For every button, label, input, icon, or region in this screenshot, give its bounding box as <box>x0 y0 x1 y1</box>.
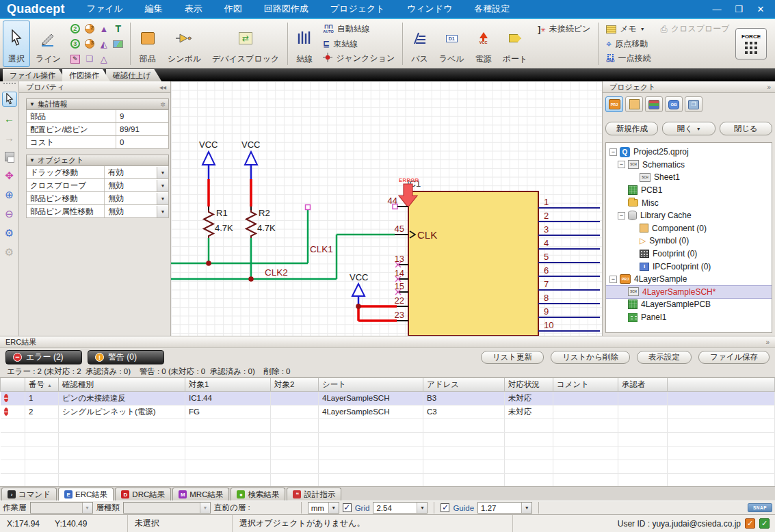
text-tool[interactable]: T <box>111 22 125 36</box>
menu-window[interactable]: ウィンドウ <box>397 0 462 18</box>
tree-item-4layersamplepcb[interactable]: 4LayerSamplePCB <box>606 298 772 311</box>
line-tool-button[interactable]: ライン <box>30 21 66 67</box>
tree-item-component[interactable]: Component (0) <box>606 222 772 235</box>
autowire-item[interactable]: ⊓⊓AUTO 自動結線 <box>319 23 398 36</box>
error-filter-button[interactable]: − エラー (2) <box>5 350 82 364</box>
erc-row-1[interactable]: − 1 ピンの未接続違反 IC1.44 4LayerSampleSCH B3 未… <box>1 391 775 405</box>
tab-verify-finish[interactable]: 確認仕上げ <box>106 69 161 81</box>
polygon-tool[interactable]: ◭ <box>97 37 111 51</box>
select-mode-button[interactable] <box>2 92 17 107</box>
tree-item-pcb1[interactable]: PCB1 <box>606 184 772 197</box>
grid-size-combo[interactable]: 2.54▼ <box>373 502 428 514</box>
parts-button[interactable]: 部品 <box>133 21 162 67</box>
grid-checkbox[interactable]: ✓ <box>343 503 352 512</box>
tree-item-schematics[interactable]: − SCH Schematics <box>606 159 772 172</box>
snap-button[interactable]: SNAP <box>748 503 772 512</box>
fit-view-button[interactable]: ✥ <box>2 168 17 183</box>
expand-chevrons-icon[interactable]: » <box>765 338 770 346</box>
menu-file[interactable]: ファイル <box>77 0 133 18</box>
fill-tool[interactable]: ✎ <box>68 52 82 66</box>
tree-item-4layersample[interactable]: − PRJ 4LayerSample <box>606 273 772 286</box>
undo-button[interactable]: ← <box>2 111 17 126</box>
erc-row-2[interactable]: − 2 シングルピンネット(電源) FG 4LayerSampleSCH C3 … <box>1 405 775 418</box>
minimize-button[interactable]: — <box>708 1 726 16</box>
bundle-wire-item[interactable]: ⊑ 束結線 <box>319 38 398 51</box>
arc-2point-tool[interactable]: 2 <box>83 22 96 36</box>
one-point-connect-item[interactable]: GND 一点接続 <box>603 52 654 65</box>
menu-project[interactable]: プロジェクト <box>321 0 395 18</box>
menu-draw[interactable]: 作図 <box>215 0 252 18</box>
list-update-button[interactable]: リスト更新 <box>481 351 544 364</box>
circle-3point-tool[interactable]: 3 <box>68 37 82 51</box>
tab-drc-results[interactable]: D DRC結果 <box>115 488 171 501</box>
image-tool[interactable] <box>111 37 125 51</box>
layer-type-combo[interactable]: ▼ <box>123 502 211 514</box>
green-check-icon[interactable]: ✓ <box>759 518 770 529</box>
deviceblock-button[interactable]: ⇄ デバイスブロック <box>207 21 285 67</box>
col-sheet[interactable]: シート <box>319 378 423 391</box>
component-tab[interactable] <box>625 96 643 112</box>
select-tool-button[interactable]: 選択 <box>3 21 30 67</box>
display-settings-button[interactable]: 表示設定 <box>637 351 692 364</box>
file-save-button[interactable]: ファイル保存 <box>698 351 770 364</box>
origin-move-item[interactable]: ⌖ 原点移動 <box>603 38 654 51</box>
section-settings-icon[interactable]: ✲ <box>160 101 166 108</box>
toolbar-drag-handle[interactable] <box>3 83 16 86</box>
tab-file-operations[interactable]: ファイル操作 <box>3 69 66 81</box>
maximize-button[interactable]: ❒ <box>730 1 748 16</box>
tree-item-4layersamplesch[interactable]: SCH 4LayerSampleSCH* <box>606 286 772 299</box>
close-button[interactable]: ✕ <box>752 1 770 16</box>
symbol-button[interactable]: シンボル <box>162 21 207 67</box>
orange-check-icon[interactable]: ✓ <box>745 518 755 529</box>
force-button[interactable]: FORCE <box>735 28 767 59</box>
tab-mrc-results[interactable]: M MRC結果 <box>172 488 229 501</box>
tab-design-instructions[interactable]: ❝ 設計指示 <box>287 488 341 501</box>
tree-item-ipcfootprint[interactable]: I IPCFootprint (0) <box>606 260 772 273</box>
unit-combo[interactable]: mm▼ <box>308 502 339 514</box>
close-project-button[interactable]: 閉じる <box>720 122 772 135</box>
memo-item[interactable]: メモ ▼ <box>603 23 654 36</box>
tree-item-misc[interactable]: Misc <box>606 196 772 209</box>
tab-draw-operations[interactable]: 作図操作 <box>62 69 110 81</box>
col-target2[interactable]: 対象2 <box>271 378 319 391</box>
new-project-button[interactable]: 新規作成 <box>605 122 658 135</box>
warning-filter-button[interactable]: ! 警告 (0) <box>88 350 164 364</box>
col-number[interactable]: 番号▲ <box>25 378 59 391</box>
save-button[interactable] <box>2 149 17 164</box>
menu-view[interactable]: 表示 <box>175 0 212 18</box>
col-address[interactable]: アドレス <box>423 378 505 391</box>
tree-item-library-cache[interactable]: − Library Cache <box>606 209 772 222</box>
triangle-tool[interactable]: ▲ <box>97 22 111 36</box>
shape-copy-tool[interactable]: ❏ <box>83 52 96 66</box>
col-check-type[interactable]: 確認種別 <box>59 378 185 391</box>
tree-item-footprint[interactable]: Footprint (0) <box>606 248 772 261</box>
port-button[interactable]: ポート <box>497 21 534 67</box>
guide-checkbox[interactable]: ✓ <box>441 503 449 512</box>
schematic-canvas[interactable]: VCC R1 4.7K VCC R2 4.7K CLK1 CLK <box>171 81 602 336</box>
dropdown-arrow[interactable]: ▼ <box>157 180 168 191</box>
tree-item-symbol[interactable]: ▷ Symbol (0) <box>606 235 772 248</box>
guide-size-combo[interactable]: 1.27▼ <box>477 502 532 514</box>
project-tab[interactable]: PRJ <box>605 96 623 112</box>
object-tab[interactable]: OB <box>665 96 683 112</box>
tree-item-sheet1[interactable]: SCH Sheet1 <box>606 171 772 184</box>
col-status[interactable]: 対応状況 <box>505 378 553 391</box>
collapse-box-icon[interactable]: − <box>618 161 625 168</box>
tab-search-results[interactable]: ● 検索結果 <box>231 488 285 501</box>
label-button[interactable]: D1 ラベル <box>434 21 470 67</box>
memo-dropdown-arrow[interactable]: ▼ <box>640 27 645 31</box>
zoom-out-button[interactable]: ⊖ <box>2 207 17 222</box>
menu-settings[interactable]: 各種設定 <box>464 0 519 18</box>
junction-item[interactable]: ジャンクション <box>319 52 398 65</box>
settings-gear-button[interactable]: ⚙ <box>2 226 17 241</box>
tree-shape-tool[interactable]: △ <box>97 52 111 66</box>
collapse-box-icon[interactable]: − <box>618 212 625 220</box>
tree-item-panel1[interactable]: Panel1 <box>606 311 772 324</box>
menu-schematic[interactable]: 回路図作成 <box>254 0 318 18</box>
delete-from-list-button[interactable]: リストから削除 <box>551 351 630 364</box>
work-layer-combo[interactable]: ▼ <box>30 502 93 514</box>
dropdown-arrow[interactable]: ▼ <box>157 206 168 217</box>
dropdown-arrow[interactable]: ▼ <box>157 167 168 178</box>
summary-section-header[interactable]: ▼ 集計情報 ✲ <box>26 98 169 110</box>
layers-tab[interactable] <box>645 96 663 112</box>
